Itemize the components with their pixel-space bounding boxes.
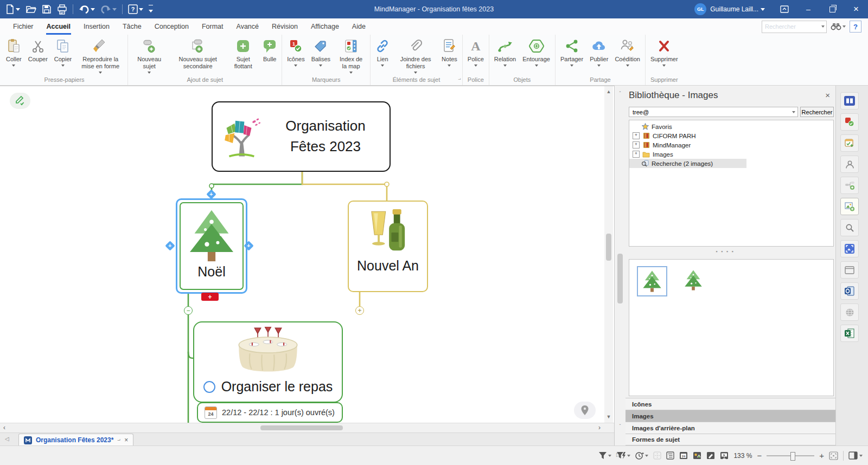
ribbon-display-options-button[interactable]	[773, 0, 796, 18]
expand-icon[interactable]: +	[633, 141, 640, 148]
copy-button[interactable]: Copier	[51, 38, 75, 67]
panel-close-icon[interactable]: ×	[825, 91, 830, 99]
icon-markers-pane-button[interactable]	[840, 113, 859, 131]
editing-indicator[interactable]	[10, 93, 30, 109]
tab-tache[interactable]: Tâche	[116, 18, 148, 35]
zoom-out-button[interactable]: −	[757, 451, 762, 460]
map-canvas[interactable]: Organisation Fêtes 2023 Noël + + + + − N…	[0, 86, 614, 423]
section-formes-de-sujet[interactable]: Formes de sujet	[626, 434, 836, 445]
topic-nouvel-an[interactable]: Nouvel An	[348, 201, 428, 292]
review-pen-icon[interactable]	[706, 451, 715, 460]
canvas-horizontal-scrollbar[interactable]: ‹ ›	[0, 423, 614, 433]
scroll-right-arrow[interactable]: ›	[598, 424, 601, 431]
help-button-small[interactable]: ?	[850, 21, 861, 33]
tab-format[interactable]: Format	[195, 18, 230, 35]
boundary-button[interactable]: Entourage	[519, 38, 553, 67]
binoculars-search-button[interactable]	[831, 22, 846, 31]
ribbon-search-input[interactable]	[764, 23, 821, 30]
topic-organiser-le-repas[interactable]: Organiser le repas	[193, 321, 343, 403]
scroll-down-arrow[interactable]: ▼	[604, 412, 613, 421]
tree-item-favoris[interactable]: Favoris	[629, 122, 833, 131]
tags-view-icon[interactable]	[693, 451, 701, 460]
document-tab[interactable]: Organisation Fêtes 2023* ⌐ ×	[18, 434, 133, 446]
tab-avance[interactable]: Avancé	[230, 18, 265, 35]
section-images-arriere-plan[interactable]: Images d'arrière-plan	[626, 422, 836, 434]
presentation-icon[interactable]	[720, 451, 729, 460]
zoom-slider[interactable]	[767, 455, 814, 456]
new-subtopic-button[interactable]: Nouveau sujet secondaire	[169, 38, 227, 70]
callout-button[interactable]: Bulle	[259, 38, 280, 63]
tab-affichage[interactable]: Affichage	[304, 18, 346, 35]
tab-revision[interactable]: Révision	[265, 18, 304, 35]
tab-insertion[interactable]: Insertion	[77, 18, 116, 35]
close-button[interactable]: ×	[844, 0, 868, 18]
link-button[interactable]: Lien	[372, 38, 393, 67]
collapse-branch-button[interactable]: −	[184, 306, 193, 315]
format-painter-button[interactable]: Reproduire la mise en forme	[75, 38, 126, 74]
library-search-input[interactable]	[631, 108, 792, 116]
coediting-button[interactable]: Coédition	[611, 38, 643, 67]
vertical-scroll-thumb[interactable]	[606, 234, 611, 261]
task-progress-ring[interactable]	[203, 381, 215, 393]
help-button[interactable]: ?	[128, 4, 143, 14]
publish-button[interactable]: Publier	[586, 38, 611, 67]
panel-scroll-up-arrow[interactable]: ˆ	[616, 89, 624, 98]
tab-accueil[interactable]: Accueil	[40, 18, 77, 35]
tab-fichier[interactable]: Fichier	[7, 18, 40, 35]
font-button[interactable]: A Police	[464, 38, 487, 67]
tab-close-icon[interactable]: ×	[124, 436, 128, 444]
attach-files-button[interactable]: Joindre des fichiers	[393, 38, 438, 74]
map-parts-pane-button[interactable]	[840, 177, 859, 194]
tab-popout-icon[interactable]: ⌐	[117, 437, 120, 443]
center-map-button[interactable]	[574, 402, 596, 419]
restore-button[interactable]	[820, 0, 844, 18]
task-info-box[interactable]: 24 22/12 - 22/12 : 1 jour(s) ouvré(s)	[197, 402, 343, 423]
section-icones[interactable]: Icônes	[626, 398, 836, 410]
pan-mode-icon-disabled[interactable]	[653, 451, 661, 460]
search-pane-button[interactable]	[840, 219, 859, 236]
topic-noel[interactable]: Noël	[180, 202, 244, 290]
web-pane-button[interactable]	[840, 303, 859, 321]
library-pane-button[interactable]	[840, 92, 859, 109]
section-images[interactable]: Images	[626, 410, 836, 422]
tree-item-mindmanager[interactable]: + MindManager	[629, 140, 833, 150]
tree-item-recherche[interactable]: Recherche (2 images)	[629, 159, 746, 168]
scroll-left-arrow[interactable]: ‹	[3, 424, 5, 431]
autohide-timer-button[interactable]	[635, 451, 648, 460]
save-button[interactable]	[42, 4, 52, 14]
ribbon-search-box[interactable]	[762, 21, 827, 33]
images-pane-button-active[interactable]	[840, 198, 859, 215]
tab-aide[interactable]: Aide	[346, 18, 372, 35]
minimize-button[interactable]: –	[796, 0, 820, 18]
chevron-down-icon[interactable]	[761, 8, 765, 11]
open-button[interactable]	[25, 4, 36, 14]
task-info-pane-button[interactable]	[840, 134, 859, 152]
snapshot-pane-button[interactable]	[840, 240, 859, 257]
tags-button[interactable]: Balises	[308, 38, 334, 67]
scroll-up-arrow[interactable]: ▲	[604, 87, 613, 96]
map-index-button[interactable]: Index de la map	[334, 38, 368, 74]
panel-scroll-thumb[interactable]	[617, 254, 623, 303]
priority-flag-marker[interactable]: +	[201, 293, 219, 301]
fit-map-icon[interactable]	[829, 451, 838, 460]
expand-icon[interactable]: +	[633, 151, 640, 158]
expand-icon[interactable]: +	[633, 132, 640, 139]
canvas-vertical-scrollbar[interactable]: ▲ ▼	[604, 86, 613, 423]
gantt-calendar-icon[interactable]: 24	[679, 451, 688, 460]
chevron-down-icon[interactable]	[792, 111, 795, 113]
user-name[interactable]: Guillaume Laill...	[710, 5, 758, 13]
new-document-button[interactable]	[5, 4, 20, 15]
new-topic-button[interactable]: Nouveau sujet	[130, 38, 169, 74]
delete-button[interactable]: Supprimer	[647, 38, 681, 67]
filter-button[interactable]	[598, 451, 611, 460]
library-search-box[interactable]	[629, 107, 798, 117]
relationship-button[interactable]: Relation	[491, 38, 519, 67]
share-button[interactable]: Partager	[557, 38, 586, 67]
panel-scrollbar[interactable]: ˆ ˇ	[616, 86, 624, 445]
resources-pane-button[interactable]	[840, 156, 859, 173]
tree-item-images[interactable]: + Images	[629, 150, 833, 159]
tree-item-ciform-parh[interactable]: + CIFORM PARH	[629, 131, 833, 140]
central-topic[interactable]: Organisation Fêtes 2023	[212, 101, 391, 172]
icons-button[interactable]: 1 Icônes	[284, 38, 308, 67]
expand-branch-button[interactable]: +	[355, 306, 364, 315]
